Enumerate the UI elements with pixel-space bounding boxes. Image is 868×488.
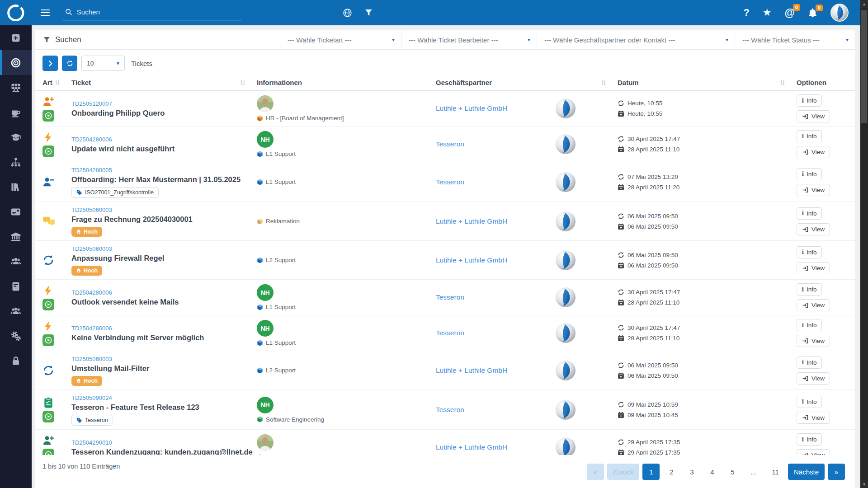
- info-button[interactable]: iInfo: [797, 396, 822, 408]
- sync-icon: [618, 401, 624, 408]
- sort-icon[interactable]: [240, 80, 246, 86]
- info-button[interactable]: iInfo: [797, 94, 822, 107]
- view-button[interactable]: View: [797, 412, 830, 424]
- info-button[interactable]: iInfo: [797, 246, 822, 258]
- page-button-2[interactable]: 2: [663, 464, 680, 480]
- partner-link[interactable]: Tesseron: [436, 140, 464, 148]
- ticket-id-link[interactable]: TD2504280006: [71, 325, 112, 332]
- partner-link[interactable]: Tesseron: [436, 406, 464, 414]
- info-button[interactable]: iInfo: [797, 433, 822, 446]
- view-button[interactable]: View: [797, 335, 830, 347]
- page-button-3[interactable]: 3: [683, 464, 700, 480]
- search-input[interactable]: [77, 8, 241, 16]
- info-button[interactable]: iInfo: [797, 168, 822, 180]
- scrollbar-thumb[interactable]: [861, 10, 867, 123]
- scroll-up-arrow[interactable]: ▲: [860, 0, 868, 8]
- view-button[interactable]: View: [797, 184, 830, 196]
- partner-link[interactable]: Lutihle + Luthile GmbH: [436, 366, 507, 375]
- ticket-title: Onboarding Philipp Quero: [71, 109, 257, 117]
- app-logo[interactable]: [0, 0, 32, 25]
- search-panel-toggle[interactable]: Suchen: [35, 30, 280, 49]
- page-button-5[interactable]: 5: [724, 464, 741, 480]
- ticket-id-link[interactable]: TD2504280006: [71, 289, 112, 296]
- notifications-icon[interactable]: 0: [808, 8, 817, 18]
- sidebar-item-users[interactable]: [0, 299, 32, 324]
- partner-link[interactable]: Tesseron: [436, 293, 464, 301]
- ticket-id-link[interactable]: TD2505060003: [71, 206, 112, 213]
- filter-icon[interactable]: [365, 9, 373, 17]
- page-scrollbar[interactable]: ▲ ▼: [860, 0, 868, 488]
- sidebar-item-plus-square[interactable]: [0, 25, 32, 50]
- sidebar-item-bank[interactable]: [0, 224, 32, 249]
- menu-toggle-button[interactable]: [41, 9, 50, 16]
- partner-link[interactable]: Lutihle + Luthile GmbH: [436, 256, 507, 264]
- column-header-geschäftspartner[interactable]: Geschäftspartner: [436, 79, 618, 86]
- page-button-11[interactable]: 11: [766, 464, 785, 480]
- ticket-id-link[interactable]: TD2504280006: [71, 136, 112, 143]
- sort-icon[interactable]: [779, 80, 786, 86]
- globe-icon[interactable]: [343, 8, 352, 18]
- sidebar-item-sitemap[interactable]: [0, 150, 32, 174]
- view-button[interactable]: View: [797, 146, 830, 158]
- view-button[interactable]: View: [797, 299, 830, 311]
- partner-link[interactable]: Tesseron: [436, 329, 464, 337]
- info-button[interactable]: iInfo: [797, 283, 822, 296]
- info-button[interactable]: iInfo: [797, 207, 822, 220]
- view-button[interactable]: View: [797, 262, 830, 274]
- sort-icon[interactable]: [54, 80, 61, 86]
- sidebar-item-gears[interactable]: [0, 324, 32, 348]
- favorites-icon[interactable]: ★: [763, 8, 772, 18]
- view-button[interactable]: View: [797, 223, 830, 235]
- ticket-tag[interactable]: Tesseron: [71, 415, 113, 426]
- bank-icon: [10, 231, 21, 242]
- sidebar-item-mug[interactable]: [0, 100, 32, 125]
- geschaeftspartner-select[interactable]: --- Wähle Geschäftspartner oder Kontakt …: [537, 30, 735, 49]
- partner-link[interactable]: Lutihle + Luthile GmbH: [436, 104, 507, 113]
- view-button[interactable]: View: [797, 372, 830, 385]
- chevron-down-icon: ▾: [846, 37, 849, 42]
- ticket-id-link[interactable]: TD2505120007: [71, 100, 112, 107]
- sidebar-item-users[interactable]: [0, 249, 32, 274]
- last-page-button[interactable]: »: [828, 464, 845, 480]
- sidebar-item-books[interactable]: [0, 174, 32, 199]
- ticket-id-link[interactable]: TD2504280005: [71, 167, 112, 174]
- mentions-icon[interactable]: @0: [785, 8, 795, 18]
- ticket-id-link[interactable]: TD2505060003: [71, 356, 112, 362]
- ticket-id-link[interactable]: TD2504290010: [71, 439, 112, 446]
- page-size-select[interactable]: 10▾: [81, 56, 125, 71]
- info-button[interactable]: iInfo: [797, 130, 822, 142]
- sidebar-item-solar-panel[interactable]: [0, 75, 32, 100]
- sidebar-item-lock[interactable]: [0, 348, 32, 373]
- sort-icon[interactable]: [600, 80, 607, 86]
- ticket-tag[interactable]: ISO27001_Zugriffskontrolle: [71, 187, 159, 198]
- ticketart-select[interactable]: --- Wähle Ticketart ---▾: [280, 30, 401, 49]
- info-button[interactable]: iInfo: [797, 357, 822, 369]
- view-button[interactable]: View: [797, 110, 830, 122]
- column-header-datum[interactable]: Datum: [618, 79, 797, 86]
- bearbeiter-select[interactable]: --- Wähle Ticket Bearbeiter ---▾: [401, 30, 537, 49]
- user-avatar[interactable]: [830, 4, 849, 22]
- sidebar-item-graduation-cap[interactable]: [0, 125, 32, 150]
- partner-link[interactable]: Lutihle + Luthile GmbH: [436, 443, 507, 451]
- partner-link[interactable]: Tesseron: [436, 178, 464, 186]
- sidebar-item-file-text[interactable]: [0, 274, 32, 299]
- status-select[interactable]: --- Wähle Ticket Status ---▾: [735, 30, 855, 49]
- calendar-plus-icon: [618, 184, 624, 191]
- partner-link[interactable]: Lutihle + Luthile GmbH: [436, 217, 507, 225]
- column-header-art[interactable]: Art: [42, 79, 71, 86]
- sidebar-item-target-active[interactable]: [0, 50, 32, 75]
- scroll-down-arrow[interactable]: ▼: [860, 480, 868, 488]
- info-button[interactable]: iInfo: [797, 319, 822, 331]
- page-button-1[interactable]: 1: [642, 464, 660, 480]
- view-button[interactable]: View: [797, 449, 830, 455]
- column-header-ticket[interactable]: Ticket: [71, 79, 257, 86]
- collapse-filter-button[interactable]: [42, 56, 58, 71]
- refresh-button[interactable]: [62, 56, 77, 71]
- help-icon[interactable]: ?: [743, 7, 749, 19]
- info-cell: L2 Support: [257, 367, 436, 374]
- sidebar-item-card[interactable]: [0, 199, 32, 224]
- ticket-id-link[interactable]: TD2505090024: [71, 394, 112, 401]
- next-page-button[interactable]: Nächste: [788, 464, 825, 480]
- page-button-4[interactable]: 4: [703, 464, 721, 480]
- ticket-id-link[interactable]: TD2505060003: [71, 245, 112, 252]
